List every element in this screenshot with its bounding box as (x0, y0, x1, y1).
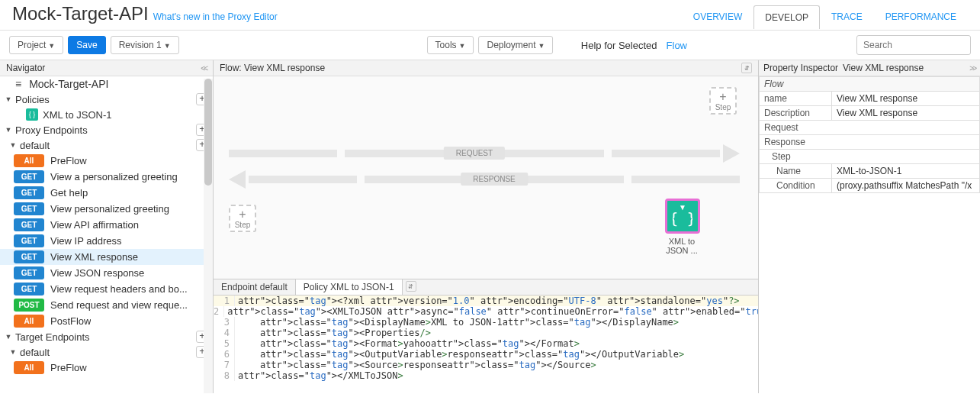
flow-label: PreFlow (50, 362, 87, 373)
line-number: 5 (214, 338, 235, 349)
tab-overview[interactable]: OVERVIEW (682, 5, 753, 28)
caret-down-icon: ▼ (48, 42, 55, 50)
nav-flow-row[interactable]: AllPreFlow (0, 153, 213, 169)
method-badge: GET (14, 202, 44, 215)
svg-text:{ }: { } (673, 210, 692, 228)
flow-label: PostFlow (50, 315, 91, 327)
flow-label: View JSON response (50, 267, 144, 279)
tab-develop[interactable]: DEVELOP (753, 5, 820, 29)
line-number: 8 (214, 370, 235, 381)
flow-label: Send request and view reque... (50, 299, 188, 311)
expand-right-icon[interactable]: >> (969, 64, 975, 73)
code-line[interactable]: 3 attr">class="tag"><DisplayName>XML to … (214, 317, 758, 328)
flow-label: PreFlow (50, 155, 87, 166)
collapse-left-icon[interactable]: << (201, 64, 207, 73)
add-step-response-button[interactable]: + Step (229, 205, 256, 232)
deployment-menu[interactable]: Deployment▼ (478, 36, 553, 54)
tools-menu[interactable]: Tools▼ (427, 36, 474, 54)
app-icon (15, 78, 24, 90)
nav-flow-row[interactable]: GETGet help (0, 185, 213, 201)
code-editor-panel: Endpoint default Policy XML to JSON-1 ⇵ … (214, 279, 758, 393)
code-line[interactable]: 5 attr">class="tag"><Format>yahooattr">c… (214, 338, 758, 349)
method-badge: All (14, 154, 44, 167)
code-editor[interactable]: 1attr">class="tag"><?xml attr">version="… (214, 296, 758, 393)
line-number: 2 (214, 306, 224, 317)
flow-label: View request headers and bo... (50, 283, 188, 295)
nav-flow-row[interactable]: GETView request headers and bo... (0, 281, 213, 297)
method-badge: POST (14, 299, 44, 312)
help-flow-link[interactable]: Flow (667, 40, 687, 51)
navigator-body: Mock-Target-API ▼ Policies + { } XML to … (0, 76, 213, 393)
code-line[interactable]: 7 attr">class="tag"><Source>responseattr… (214, 360, 758, 370)
editor-tabs: Endpoint default Policy XML to JSON-1 ⇵ (214, 279, 758, 296)
project-menu[interactable]: Project▼ (9, 36, 63, 54)
method-badge: All (14, 361, 44, 374)
editor-tab-policy[interactable]: Policy XML to JSON-1 (296, 279, 403, 295)
request-lane-label: REQUEST (444, 147, 505, 160)
nav-policy-item[interactable]: { } XML to JSON-1 (0, 107, 213, 122)
response-arrow-icon (229, 170, 246, 189)
policy-step-xml-to-json[interactable]: ▼ { } (665, 199, 700, 234)
panel-toggle-icon[interactable]: ⇵ (741, 63, 752, 73)
nav-flow-row[interactable]: POSTSend request and view reque... (0, 297, 213, 313)
line-number: 7 (214, 360, 235, 370)
navigator-panel: Navigator << Mock-Target-API ▼ Policies … (0, 60, 214, 393)
nav-app-row[interactable]: Mock-Target-API (0, 76, 213, 92)
whats-new-link[interactable]: What's new in the Proxy Editor (153, 11, 278, 22)
nav-flow-row[interactable]: GETView XML response (0, 249, 213, 265)
method-badge: GET (14, 170, 44, 183)
tab-performance[interactable]: PERFORMANCE (874, 5, 968, 28)
disclosure-icon[interactable]: ▼ (5, 126, 12, 134)
tab-trace[interactable]: TRACE (820, 5, 874, 28)
nav-default-endpoint: ▼ default + (0, 137, 213, 153)
flow-label: View a personalized greeting (50, 171, 178, 182)
code-line[interactable]: 2attr">class="tag"><XMLToJSON attr">asyn… (214, 306, 758, 317)
nav-flow-row[interactable]: GETView IP address (0, 233, 213, 249)
help-for-selected-label: Help for Selected (581, 40, 657, 51)
header-tabs: OVERVIEW DEVELOP TRACE PERFORMANCE (682, 5, 968, 28)
disclosure-icon[interactable]: ▼ (5, 95, 12, 103)
plus-icon: + (239, 208, 246, 221)
nav-target-endpoints-section: ▼ Target Endpoints + (0, 329, 213, 344)
revision-menu[interactable]: Revision 1▼ (111, 36, 179, 54)
nav-target-flow-row[interactable]: AllPreFlow (0, 360, 213, 376)
add-step-request-button[interactable]: + Step (709, 87, 737, 115)
disclosure-icon[interactable]: ▼ (9, 348, 17, 356)
code-line[interactable]: 8attr">class="tag"></XMLToJSON> (214, 370, 758, 381)
editor-tab-endpoint[interactable]: Endpoint default (214, 279, 296, 295)
app-title: Mock-Target-API (12, 3, 149, 24)
code-line[interactable]: 6 attr">class="tag"><OutputVariable>resp… (214, 349, 758, 360)
caret-down-icon: ▼ (164, 42, 171, 50)
toolbar: Project▼ Save Revision 1▼ Tools▼ Deploym… (0, 31, 980, 60)
save-button[interactable]: Save (68, 36, 105, 54)
nav-flow-row[interactable]: GETView personalized greeting (0, 201, 213, 217)
method-badge: All (14, 315, 44, 328)
nav-flow-row[interactable]: GETView JSON response (0, 265, 213, 281)
property-table: Flow nameView XML response DescriptionVi… (759, 76, 980, 193)
line-number: 4 (214, 328, 235, 338)
code-line[interactable]: 1attr">class="tag"><?xml attr">version="… (214, 296, 758, 306)
method-badge: GET (14, 283, 44, 296)
nav-flow-row[interactable]: GETView API affirmation (0, 217, 213, 233)
caret-down-icon: ▼ (459, 42, 466, 50)
scrollbar-thumb[interactable] (204, 79, 212, 186)
xml-to-json-icon: { } (26, 108, 38, 121)
method-badge: GET (14, 250, 44, 263)
line-number: 1 (214, 296, 235, 306)
flow-label: View XML response (50, 251, 138, 263)
flow-canvas: REQUEST RESPONSE + Step + (214, 76, 758, 279)
method-badge: GET (14, 266, 44, 279)
nav-flow-row[interactable]: AllPostFlow (0, 313, 213, 329)
navigator-scrollbar[interactable] (204, 79, 213, 393)
search-input[interactable] (856, 35, 971, 55)
prop-row-step: Step (760, 150, 980, 164)
disclosure-icon[interactable]: ▼ (9, 141, 17, 149)
line-number: 6 (214, 349, 235, 360)
app-header: Mock-Target-API What's new in the Proxy … (0, 0, 980, 31)
response-lane-label: RESPONSE (461, 173, 528, 186)
method-badge: GET (14, 234, 44, 247)
disclosure-icon[interactable]: ▼ (5, 333, 12, 341)
nav-flow-row[interactable]: GETView a personalized greeting (0, 169, 213, 185)
code-line[interactable]: 4 attr">class="tag"><Properties/> (214, 328, 758, 338)
editor-toggle-icon[interactable]: ⇵ (406, 281, 416, 292)
